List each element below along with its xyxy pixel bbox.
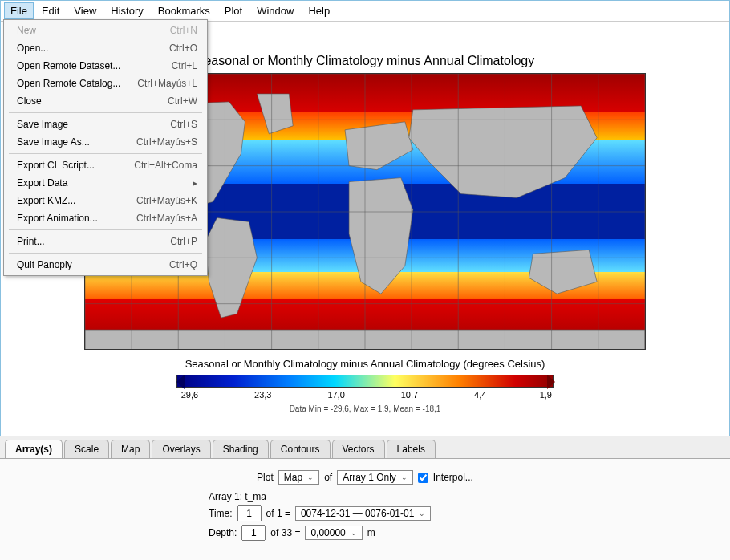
menu-open-remote-dataset[interactable]: Open Remote Dataset...Ctrl+L	[6, 57, 205, 75]
plot-title: Seasonal or Monthly Climatology minus An…	[196, 54, 534, 68]
tab-arrays[interactable]: Array(s)	[5, 440, 63, 458]
submenu-arrow-icon: ▸	[193, 177, 197, 189]
time-label: Time:	[209, 508, 233, 519]
depth-value-select[interactable]: 0,00000⌄	[305, 526, 362, 540]
time-index-input[interactable]	[237, 505, 262, 521]
menu-file[interactable]: File	[4, 2, 34, 19]
menu-export-cl-script[interactable]: Export CL Script...Ctrl+Alt+Coma	[6, 156, 205, 174]
menu-plot[interactable]: Plot	[218, 2, 249, 19]
depth-of-label: of 33 =	[270, 527, 300, 538]
tab-map[interactable]: Map	[111, 440, 150, 458]
of-label: of	[324, 472, 332, 483]
colorbar	[176, 375, 554, 388]
colorbar-label: Seasonal or Monthly Climatology minus An…	[185, 358, 545, 370]
tab-overlays[interactable]: Overlays	[152, 440, 210, 458]
menu-window[interactable]: Window	[250, 2, 300, 19]
chevron-down-icon: ⌄	[307, 473, 314, 481]
data-stats: Data Min = -29,6, Max = 1,9, Mean = -18,…	[290, 404, 441, 413]
tab-contours[interactable]: Contours	[270, 440, 331, 458]
interpolate-label: Interpol...	[433, 472, 473, 483]
interpolate-checkbox[interactable]	[418, 473, 428, 483]
menu-close[interactable]: CloseCtrl+W	[6, 92, 205, 110]
menu-export-animation[interactable]: Export Animation...Ctrl+Mayús+A	[6, 209, 205, 227]
chevron-down-icon: ⌄	[419, 509, 425, 517]
menu-new: NewCtrl+N	[6, 22, 205, 39]
menu-view[interactable]: View	[67, 2, 103, 19]
svg-marker-20	[176, 375, 185, 389]
menu-save-image-as[interactable]: Save Image As...Ctrl+Mayús+S	[6, 133, 205, 151]
time-range-select[interactable]: 0074-12-31 — 0076-01-01⌄	[295, 506, 431, 521]
chevron-down-icon: ⌄	[351, 529, 357, 537]
tab-shading[interactable]: Shading	[213, 440, 269, 458]
menu-open[interactable]: Open...Ctrl+O	[6, 39, 205, 57]
tab-vectors[interactable]: Vectors	[332, 440, 385, 458]
tab-labels[interactable]: Labels	[387, 440, 436, 458]
menu-open-remote-catalog[interactable]: Open Remote Catalog...Ctrl+Mayús+L	[6, 75, 205, 92]
plot-label: Plot	[257, 472, 274, 483]
menu-edit[interactable]: Edit	[35, 2, 66, 19]
menu-quit[interactable]: Quit PanoplyCtrl+Q	[6, 256, 205, 274]
array-select[interactable]: Array 1 Only⌄	[337, 470, 413, 485]
plot-type-select[interactable]: Map⌄	[278, 470, 319, 485]
menu-export-data[interactable]: Export Data▸	[6, 174, 205, 192]
menu-help[interactable]: Help	[302, 2, 336, 19]
bottom-panel: Array(s) Scale Map Overlays Shading Cont…	[0, 436, 730, 560]
tab-bar: Array(s) Scale Map Overlays Shading Cont…	[0, 436, 730, 458]
colorbar-ticks: -29,6-23,3-17,0-10,7-4,41,9	[176, 390, 554, 400]
file-dropdown: NewCtrl+N Open...Ctrl+O Open Remote Data…	[3, 19, 208, 276]
menu-print[interactable]: Print...Ctrl+P	[6, 233, 205, 250]
menu-save-image[interactable]: Save ImageCtrl+S	[6, 116, 205, 133]
depth-index-input[interactable]	[241, 525, 266, 541]
tab-scale[interactable]: Scale	[64, 440, 109, 458]
array-title: Array 1: t_ma	[209, 491, 714, 502]
chevron-down-icon: ⌄	[401, 473, 408, 481]
depth-label: Depth:	[209, 527, 237, 538]
menu-bookmarks[interactable]: Bookmarks	[152, 2, 217, 19]
menu-history[interactable]: History	[104, 2, 149, 19]
depth-unit: m	[367, 527, 375, 538]
menu-export-kmz[interactable]: Export KMZ...Ctrl+Mayús+K	[6, 192, 205, 209]
time-of-label: of 1 =	[266, 508, 290, 519]
svg-marker-21	[547, 375, 555, 389]
